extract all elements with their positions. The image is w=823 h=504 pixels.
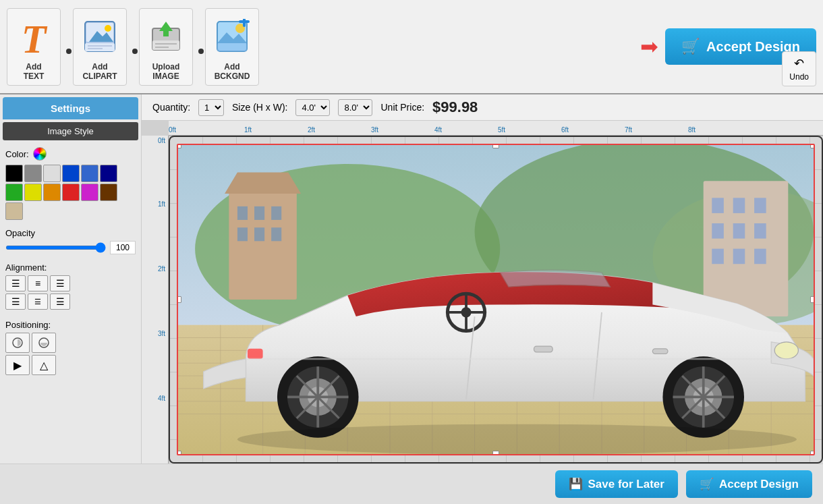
canvas-image[interactable] bbox=[177, 144, 815, 455]
canvas-area: 0ft 1ft 2ft 3ft 4ft 5ft 6ft 7ft 8ft 0ft … bbox=[142, 121, 823, 464]
ruler-mark-v-4ft: 4ft bbox=[158, 395, 165, 402]
accept-design-bottom-button[interactable]: 🛒 Accept Design bbox=[686, 470, 812, 498]
upload-icon bbox=[148, 19, 183, 59]
align-center-bottom-button[interactable]: ☰ bbox=[28, 293, 48, 310]
opacity-row: 100 bbox=[5, 241, 136, 254]
add-clipart-button[interactable]: Add CLIPART bbox=[73, 8, 127, 86]
handle-bottom-right[interactable] bbox=[810, 451, 815, 455]
save-for-later-button[interactable]: 💾 Save for Later bbox=[555, 470, 678, 498]
align-left-top-button[interactable]: ☰ bbox=[5, 275, 26, 291]
handle-top-left[interactable] bbox=[177, 144, 181, 148]
undo-label: Undo bbox=[789, 72, 809, 82]
svg-rect-4 bbox=[85, 43, 115, 51]
handle-mid-left[interactable] bbox=[177, 296, 181, 303]
align-right-top-button[interactable]: ☰ bbox=[50, 275, 70, 291]
color-swatch[interactable] bbox=[5, 202, 23, 220]
align-right-bottom-button[interactable]: ☰ bbox=[50, 293, 70, 310]
handle-bottom-left[interactable] bbox=[177, 451, 181, 455]
ruler-left: 0ft 1ft 2ft 3ft 4ft bbox=[142, 136, 169, 464]
svg-rect-35 bbox=[733, 198, 745, 213]
svg-rect-39 bbox=[754, 223, 766, 239]
handle-bottom-mid[interactable] bbox=[492, 451, 499, 455]
flip-horizontal-button[interactable] bbox=[5, 333, 30, 353]
add-bckgnd-label: Add bbox=[224, 62, 239, 72]
color-swatch[interactable] bbox=[62, 165, 80, 182]
svg-point-91 bbox=[237, 424, 797, 454]
add-clipart-label: Add bbox=[92, 62, 107, 72]
svg-rect-27 bbox=[254, 206, 264, 220]
ruler-mark-5ft: 5ft bbox=[498, 126, 505, 134]
settings-header: Settings bbox=[3, 97, 138, 119]
ruler-mark-2ft: 2ft bbox=[308, 126, 315, 134]
svg-rect-16 bbox=[217, 43, 247, 51]
canvas-wrapper: Quantity: 12345 Size (H x W): 3.0'4.0'5.… bbox=[142, 94, 823, 464]
main-area: Settings Image Style Color: bbox=[0, 94, 823, 464]
undo-button[interactable]: ↶ Undo bbox=[782, 51, 816, 86]
add-text-button[interactable]: T Add TEXT bbox=[7, 8, 61, 86]
svg-rect-18 bbox=[243, 19, 246, 27]
align-center-top-button[interactable]: ≡ bbox=[28, 275, 48, 291]
handle-top-right[interactable] bbox=[810, 144, 815, 148]
opacity-value: 100 bbox=[110, 241, 136, 254]
svg-rect-34 bbox=[712, 198, 724, 213]
handle-top-mid[interactable] bbox=[492, 144, 499, 148]
quantity-select[interactable]: 12345 bbox=[198, 99, 224, 116]
clipart-icon bbox=[82, 19, 117, 59]
color-swatch[interactable] bbox=[62, 184, 80, 201]
save-icon: 💾 bbox=[569, 477, 583, 491]
positioning-top-row bbox=[5, 333, 136, 353]
flip-vertical-button[interactable] bbox=[32, 333, 56, 353]
color-wheel[interactable] bbox=[33, 147, 47, 161]
arrow-right-icon: ➡ bbox=[640, 34, 658, 59]
size-w-select[interactable]: 6.0'7.0'8.0'9.0' bbox=[338, 99, 372, 116]
svg-rect-40 bbox=[712, 249, 724, 264]
color-swatch[interactable] bbox=[24, 184, 42, 201]
alignment-top-row: ☰ ≡ ☰ bbox=[5, 275, 136, 291]
bckgnd-icon bbox=[215, 19, 250, 59]
svg-rect-71 bbox=[534, 346, 553, 352]
accept-design-bottom-label: Accept Design bbox=[719, 478, 799, 491]
ruler-mark-4ft: 4ft bbox=[434, 126, 442, 134]
size-label: Size (H x W): bbox=[232, 102, 287, 113]
color-swatch[interactable] bbox=[81, 184, 98, 201]
canvas-controls: Quantity: 12345 Size (H x W): 3.0'4.0'5.… bbox=[142, 94, 823, 121]
color-swatch[interactable] bbox=[24, 165, 42, 182]
svg-point-89 bbox=[774, 342, 798, 359]
separator-1 bbox=[66, 49, 72, 54]
svg-point-68 bbox=[461, 307, 472, 317]
color-swatch[interactable] bbox=[81, 165, 98, 182]
add-bckgnd-label2: BCKGND bbox=[215, 72, 250, 81]
opacity-section: Opacity 100 bbox=[0, 224, 141, 258]
alignment-bottom-row: ☰ ☰ ☰ bbox=[5, 293, 136, 310]
rotate-right-button[interactable]: △ bbox=[32, 355, 56, 375]
color-swatch[interactable] bbox=[5, 165, 23, 182]
alignment-section: Alignment: ☰ ≡ ☰ ☰ ☰ ☰ bbox=[0, 258, 141, 316]
price-value: $99.98 bbox=[432, 99, 478, 116]
svg-rect-90 bbox=[248, 349, 263, 359]
color-swatch[interactable] bbox=[100, 184, 117, 201]
color-swatch[interactable] bbox=[43, 184, 61, 201]
rotate-left-button[interactable]: ▶ bbox=[5, 355, 30, 375]
separator-2 bbox=[132, 49, 138, 54]
svg-rect-41 bbox=[733, 249, 745, 264]
size-h-select[interactable]: 3.0'4.0'5.0'6.0' bbox=[295, 99, 330, 116]
design-canvas[interactable] bbox=[169, 136, 823, 464]
image-style-button[interactable]: Image Style bbox=[3, 122, 138, 140]
color-swatch[interactable] bbox=[5, 184, 23, 201]
add-bckgnd-button[interactable]: Add BCKGND bbox=[205, 8, 259, 86]
car-image bbox=[178, 145, 814, 454]
add-clipart-label2: CLIPART bbox=[82, 72, 117, 81]
ruler-mark-v-2ft: 2ft bbox=[158, 265, 165, 273]
ruler-mark-3ft: 3ft bbox=[371, 126, 378, 134]
svg-rect-31 bbox=[271, 227, 281, 241]
upload-image-label2: IMAGE bbox=[152, 72, 179, 81]
unit-price-label: Unit Price: bbox=[380, 102, 424, 113]
align-left-bottom-button[interactable]: ☰ bbox=[5, 293, 26, 310]
handle-mid-right[interactable] bbox=[810, 296, 815, 303]
color-swatch[interactable] bbox=[43, 165, 61, 182]
upload-image-button[interactable]: Upload IMAGE bbox=[139, 8, 193, 86]
opacity-slider[interactable] bbox=[5, 246, 106, 250]
color-swatch[interactable] bbox=[100, 165, 117, 182]
quantity-label: Quantity: bbox=[152, 102, 190, 113]
svg-rect-10 bbox=[152, 40, 179, 50]
